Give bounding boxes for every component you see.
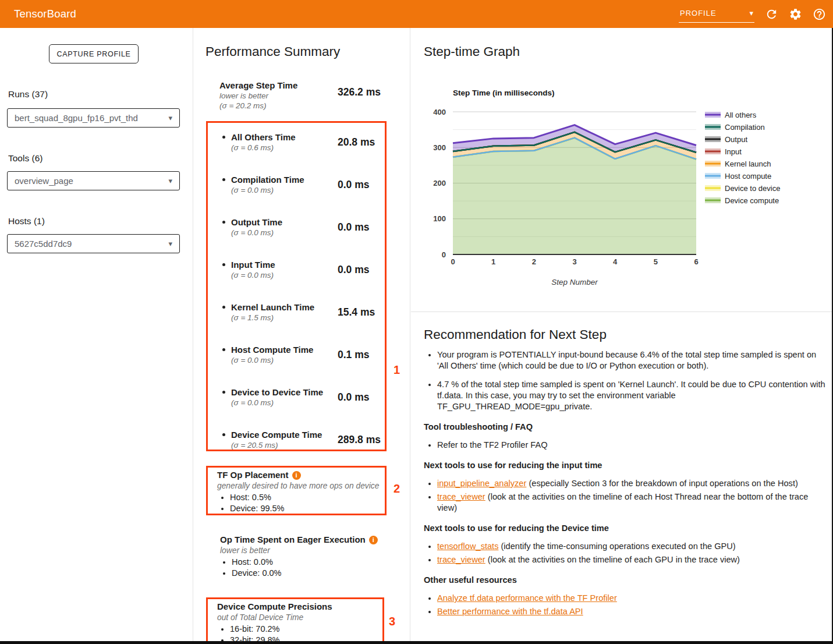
list-item: trace_viewer (look at the activities on … [437,491,825,514]
device-tools-items: tensorflow_stats (identify the time-cons… [424,541,825,565]
trace-viewer-link[interactable]: trace_viewer [437,555,485,564]
capture-profile-button[interactable]: CAPTURE PROFILE [49,44,139,63]
recommendation-card: Recommendation for Next Step Your progra… [411,312,833,644]
list-item: Better performance with the tf.data API [437,606,825,617]
x-tick-label: 0 [451,257,455,266]
area-device-compute [453,138,696,254]
step-time-chart: 01002003004000123456Step Time (in millis… [411,58,832,310]
input-tools-header: Next tools to use for reducing the input… [424,460,825,471]
x-axis-label: Step Number [551,278,598,286]
average-step-time-value: 326.2 ms [338,86,381,98]
list-item: tensorflow_stats (identify the time-cons… [437,541,825,552]
tools-select[interactable]: overview_page ▾ [7,171,180,190]
legend-label: Output [725,135,747,144]
metric-label: Compilation Time [231,174,336,185]
list-item-text: (identify the time-consuming operations … [498,542,735,551]
chart-title: Step Time (in milliseconds) [453,89,555,97]
y-tick-label: 200 [433,179,446,187]
metric-value: 289.8 ms [338,434,381,446]
chevron-down-icon: ▾ [168,114,172,122]
metric-sigma: (σ = 0.6 ms) [231,143,336,153]
step-time-graph-card: Step-time Graph 01002003004000123456Step… [411,28,833,312]
faq-header: Tool troubleshooting / FAQ [424,422,825,433]
list-item: Host: 0.0% [232,557,395,568]
metric-sigma: (σ = 0.0 ms) [231,228,336,238]
metric-label: Device Compute Time [231,429,336,440]
metric-row: All Others Time(σ = 0.6 ms) 20.8 ms [208,132,385,174]
runs-select[interactable]: bert_squad_8gpu_fp16_pvt_thd ▾ [7,108,180,128]
resources-header: Other useful resources [424,575,825,586]
annotation-box-3: Device Compute Precisions out of Total D… [206,597,384,644]
list-item: Refer to the TF2 Profiler FAQ [437,440,825,451]
step-time-graph-title: Step-time Graph [424,44,520,59]
reload-button[interactable] [764,7,778,21]
chevron-down-icon: ▾ [168,176,172,185]
metric-sigma: (σ = 0.0 ms) [231,398,336,408]
list-item: Your program is POTENTIALLY input-bound … [437,349,825,371]
metric-value: 0.0 ms [338,179,369,191]
metric-sigma: (σ = 0.0 ms) [231,355,336,365]
annotation-number-1: 1 [394,363,400,377]
metric-row: Host Compute Time(σ = 0.0 ms) 0.1 ms [208,344,385,387]
section-subtitle: generally desired to have more ops on de… [217,481,385,491]
dashboard-selector[interactable]: PROFILE ▾ [679,5,754,23]
list-item-text: (especially Section 3 for the breakdown … [526,479,797,488]
list-item: trace_viewer (look at the activities on … [437,554,825,565]
right-column: Step-time Graph 01002003004000123456Step… [411,28,833,644]
runs-label: Runs (37) [8,89,48,100]
dashboard-selector-value: PROFILE [680,9,717,17]
legend-label: All others [725,111,757,119]
metric-sigma: (σ = 0.0 ms) [231,270,336,280]
tfdata-profiler-link[interactable]: Analyze tf.data performance with the TF … [437,593,617,603]
list-item: 4.7 % of the total step time sampled is … [437,379,825,412]
resources-items: Analyze tf.data performance with the TF … [424,593,825,617]
sidebar: CAPTURE PROFILE Runs (37) bert_squad_8gp… [0,28,193,644]
hosts-select[interactable]: 5627c5dd7dc9 ▾ [7,234,180,253]
chevron-down-icon: ▾ [168,239,172,248]
tensorboard-profile-page: TensorBoard PROFILE ▾ CAPTURE PROFILE Ru… [0,0,833,644]
input-tools-items: input_pipeline_analyzer (especially Sect… [424,478,825,514]
annotation-box-1: All Others Time(σ = 0.6 ms) 20.8 ms Comp… [206,121,387,451]
y-tick-label: 100 [433,214,446,223]
section-items: Host: 0.0% Device: 0.0% [220,557,395,578]
metric-value: 0.0 ms [338,221,369,233]
trace-viewer-link[interactable]: trace_viewer [437,492,485,501]
legend-label: Compilation [725,123,765,132]
settings-button[interactable] [788,7,802,21]
performance-summary-card: Performance Summary Average Step Time lo… [194,28,410,644]
device-tools-header: Next tools to use for reducing the Devic… [424,523,825,534]
performance-summary-title: Performance Summary [205,44,340,59]
help-button[interactable] [812,7,826,21]
metric-label: Input Time [231,259,336,270]
y-tick-label: 0 [442,250,446,259]
bullet-icon [222,221,225,224]
metric-sigma: (σ = 20.2 ms) [219,101,394,111]
legend-label: Kernel launch [725,160,771,168]
metric-row: Kernel Launch Time(σ = 1.5 ms) 15.4 ms [208,302,385,344]
metric-row: Device to Device Time(σ = 0.0 ms) 0.0 ms [208,387,385,429]
metric-row: Input Time(σ = 0.0 ms) 0.0 ms [208,259,385,302]
bullet-icon [222,136,225,139]
list-item: Device: 0.0% [232,568,395,579]
recommendation-tips: Your program is POTENTIALLY input-bound … [424,349,825,412]
list-item-text: (look at the activities on the timeline … [437,492,808,512]
bullet-icon [222,433,225,436]
tensorflow-stats-link[interactable]: tensorflow_stats [437,542,498,551]
metric-label: Kernel Launch Time [231,302,336,313]
eager-execution-section: Op Time Spent on Eager Execution i lower… [220,534,395,578]
annotation-box-2: TF Op Placement i generally desired to h… [206,466,387,515]
metric-value: 20.8 ms [338,136,375,148]
refresh-icon [765,8,778,21]
list-item: Device: 99.5% [230,503,385,514]
list-item: Host: 0.5% [230,492,385,503]
info-icon[interactable]: i [292,471,301,480]
hosts-select-value: 5627c5dd7dc9 [15,239,72,249]
bullet-icon [222,178,225,181]
tfdata-api-link[interactable]: Better performance with the tf.data API [437,607,583,616]
legend-label: Device to device [725,184,780,193]
section-subtitle: out of Total Device Time [217,613,382,623]
info-icon[interactable]: i [369,536,378,544]
input-pipeline-analyzer-link[interactable]: input_pipeline_analyzer [437,479,526,488]
metric-label: Device to Device Time [231,387,336,398]
x-tick-label: 6 [694,257,698,266]
